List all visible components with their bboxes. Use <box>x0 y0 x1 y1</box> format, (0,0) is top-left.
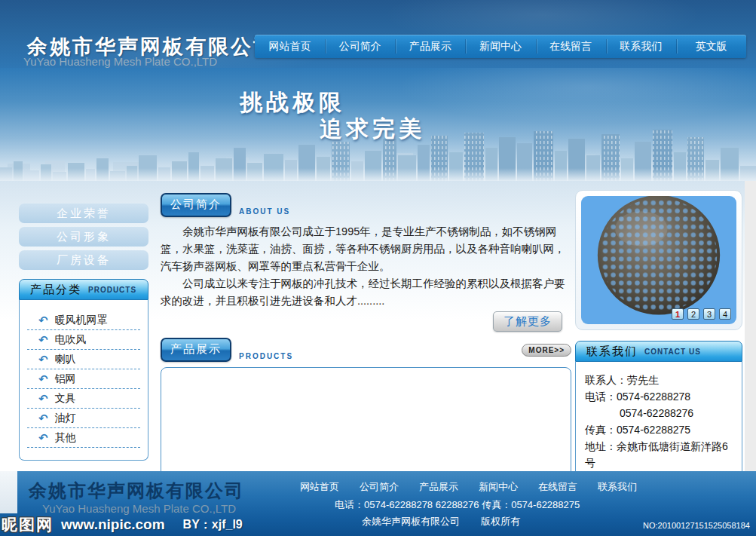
main-column: 公司简介 ABOUT US 余姚市华声网板有限公司成立于1995年，是专业生产不… <box>161 193 571 479</box>
category-label: 油灯 <box>55 412 76 425</box>
footer-nav: 网站首页 公司简介 产品展示 新闻中心 在线留言 联系我们 <box>300 480 637 494</box>
arrow-icon: ↶ <box>38 334 48 345</box>
nipic-url: www.nipic.com <box>61 516 165 533</box>
content-area: 企业荣誉 公司形象 厂房设备 产品分类 PRODUCTS ↶ 暖风机网罩 ↶ 电… <box>0 181 756 471</box>
product-slider-card: 1 2 3 4 <box>575 190 742 330</box>
category-item-others[interactable]: ↶ 其他 <box>27 428 140 448</box>
product-category-title: 产品分类 <box>30 283 81 297</box>
contact-subtitle: CONTACT US <box>644 348 701 356</box>
company-intro-paragraph-2: 公司成立以来专注于网板的冲孔技术，经过长期工作经验的累积以及根据客户要求的改进，… <box>161 275 571 310</box>
products-section-subtitle: PRODUCTS <box>239 352 293 362</box>
footer-copyright-company: 余姚华声网板有限公司 <box>362 516 460 527</box>
footer-nav-contact[interactable]: 联系我们 <box>598 480 637 494</box>
category-label: 铝网 <box>55 372 76 386</box>
footer-serial-number: NO:20100127151525058184 <box>643 521 750 530</box>
mesh-dome-product-image <box>592 196 725 319</box>
contact-panel: 联系我们 CONTACT US 联系人：劳先生 电话：0574-62288278… <box>575 341 742 484</box>
about-section-subtitle: ABOUT US <box>239 207 290 217</box>
category-item-aluminum-mesh[interactable]: ↶ 铝网 <box>27 369 140 389</box>
product-category-panel: 产品分类 PRODUCTS ↶ 暖风机网罩 ↶ 电吹风 ↶ 喇叭 <box>19 279 148 461</box>
about-section-header: 公司简介 ABOUT US <box>161 193 571 217</box>
category-item-oil-lamp[interactable]: ↶ 油灯 <box>27 409 140 428</box>
footer-nav-products[interactable]: 产品展示 <box>419 480 458 494</box>
footer-copyright-label: 版权所有 <box>481 516 520 527</box>
category-item-speaker[interactable]: ↶ 喇叭 <box>27 350 140 369</box>
sidebar: 企业荣誉 公司形象 厂房设备 产品分类 PRODUCTS ↶ 暖风机网罩 ↶ 电… <box>19 204 148 461</box>
arrow-icon: ↶ <box>38 373 48 384</box>
site-header: 余姚市华声网板有限公司 YuYao Huasheng Mesh Plate CO… <box>0 0 756 68</box>
sidebar-button-honors[interactable]: 企业荣誉 <box>19 204 148 223</box>
footer-nav-about[interactable]: 公司简介 <box>360 480 399 494</box>
footer-company-name: 余姚市华声网板有限公司 <box>29 479 244 503</box>
sidebar-button-image[interactable]: 公司形象 <box>19 227 148 247</box>
sidebar-button-facility[interactable]: 厂房设备 <box>19 250 148 270</box>
product-category-subtitle: PRODUCTS <box>88 286 136 294</box>
contact-person: 联系人：劳先生 <box>585 372 736 388</box>
nipic-logo: 昵图网 <box>2 514 54 535</box>
category-item-hairdryer[interactable]: ↶ 电吹风 <box>27 330 140 350</box>
arrow-icon: ↶ <box>38 393 48 404</box>
arrow-icon: ↶ <box>38 354 48 365</box>
nav-item-home[interactable]: 网站首页 <box>255 35 325 58</box>
arrow-icon: ↶ <box>38 314 48 326</box>
products-more-button[interactable]: MORE>> <box>522 344 571 357</box>
nav-item-products[interactable]: 产品展示 <box>395 35 465 58</box>
contact-title: 联系我们 <box>586 345 638 359</box>
banner: 挑战极限 追求完美 <box>0 68 756 181</box>
footer-company-name-en: YuYao Huasheng Mesh Plate CO.,LTD <box>42 502 236 515</box>
arrow-icon: ↶ <box>38 412 48 424</box>
right-column: 1 2 3 4 联系我们 CONTACT US 联系人：劳先生 电话：0574-… <box>575 190 742 484</box>
main-nav: 网站首页 公司简介 产品展示 新闻中心 在线留言 联系我们 英文版 <box>255 35 746 58</box>
slider-pagination: 1 2 3 4 <box>672 308 731 320</box>
category-label: 文具 <box>55 392 76 406</box>
company-intro-paragraph-1: 余姚市华声网板有限公司成立于1995年，是专业生产不锈钢制品，如不锈钢网篮，水果… <box>161 223 571 275</box>
page: 余姚市华声网板有限公司 YuYao Huasheng Mesh Plate CO… <box>0 0 756 536</box>
nav-item-contact[interactable]: 联系我们 <box>606 35 676 58</box>
slider-page-3[interactable]: 3 <box>703 308 715 320</box>
product-category-header: 产品分类 PRODUCTS <box>19 279 148 300</box>
contact-phone-1: 电话：0574-62288278 <box>585 388 736 405</box>
product-slider: 1 2 3 4 <box>581 196 736 324</box>
footer-nav-message[interactable]: 在线留言 <box>538 480 577 494</box>
category-label: 其他 <box>55 431 76 445</box>
nipic-author: BY：xjf_l9 <box>183 517 243 533</box>
footer-nav-home[interactable]: 网站首页 <box>300 480 339 494</box>
footer-left-margin <box>0 471 17 513</box>
nav-item-message[interactable]: 在线留言 <box>536 35 606 58</box>
footer-copyright: 余姚华声网板有限公司版权所有 <box>362 515 541 528</box>
footer-phone-line: 电话：0574-62288278 62288276 传真：0574-622882… <box>335 498 580 512</box>
tab-about[interactable]: 公司简介 <box>161 193 231 217</box>
category-list: ↶ 暖风机网罩 ↶ 电吹风 ↶ 喇叭 ↶ 铝网 <box>19 300 148 461</box>
product-showcase-box <box>161 367 571 479</box>
category-label: 电吹风 <box>55 333 87 347</box>
tab-products[interactable]: 产品展示 <box>161 338 231 362</box>
learn-more-button[interactable]: 了解更多 <box>493 311 562 332</box>
products-section-header: 产品展示 PRODUCTS MORE>> <box>161 338 571 362</box>
right-margin-strip <box>745 181 756 471</box>
contact-fax: 传真：0574-62288275 <box>585 421 736 438</box>
category-label: 喇叭 <box>55 353 76 366</box>
nipic-watermark: 昵图网 www.nipic.com BY：xjf_l9 <box>2 514 243 535</box>
nav-item-english[interactable]: 英文版 <box>676 35 746 58</box>
contact-address: 地址：余姚市低塘街道新洋路6号 <box>585 438 736 471</box>
site-footer: 余姚市华声网板有限公司 YuYao Huasheng Mesh Plate CO… <box>0 471 756 536</box>
about-more-row: 了解更多 <box>161 311 571 332</box>
category-item-stationery[interactable]: ↶ 文具 <box>27 389 140 409</box>
contact-phone-2: 0574-62288276 <box>585 405 736 421</box>
slider-page-1[interactable]: 1 <box>672 308 684 320</box>
slider-page-2[interactable]: 2 <box>687 308 699 320</box>
banner-slogan-2: 追求完美 <box>320 114 425 145</box>
logo-subtitle: YuYao Huasheng Mesh Plate CO.,LTD <box>23 55 217 68</box>
slider-page-4[interactable]: 4 <box>719 308 731 320</box>
company-intro-text: 余姚市华声网板有限公司成立于1995年，是专业生产不锈钢制品，如不锈钢网篮，水果… <box>161 223 571 310</box>
category-label: 暖风机网罩 <box>55 314 108 327</box>
contact-info: 联系人：劳先生 电话：0574-62288278 0574-62288276 传… <box>575 362 742 484</box>
category-item-heater-mesh[interactable]: ↶ 暖风机网罩 <box>27 311 140 330</box>
nav-item-about[interactable]: 公司简介 <box>325 35 395 58</box>
footer-nav-news[interactable]: 新闻中心 <box>479 480 518 494</box>
nav-item-news[interactable]: 新闻中心 <box>465 35 535 58</box>
arrow-icon: ↶ <box>38 432 48 443</box>
contact-header: 联系我们 CONTACT US <box>575 341 742 362</box>
